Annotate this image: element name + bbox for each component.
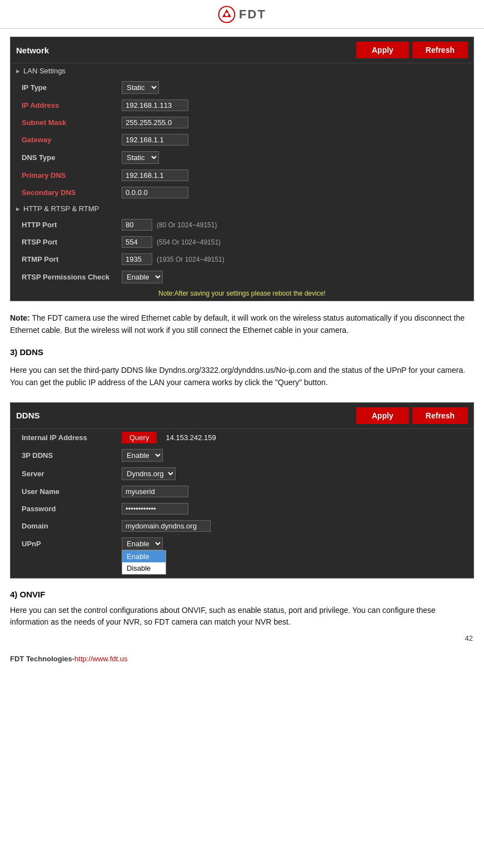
logo: FDT — [218, 6, 266, 23]
upnp-option-disable[interactable]: Disable — [122, 562, 166, 574]
http-port-control: (80 Or 1024~49151) — [122, 219, 217, 231]
internal-ip-label: Internal IP Address — [22, 433, 122, 442]
gateway-label: Gateway — [22, 136, 122, 144]
upnp-option-enable[interactable]: Enable — [122, 551, 166, 562]
ip-type-select[interactable]: Static DHCP — [122, 81, 159, 94]
note-body-text: Note: The FDT camera use the wired Ether… — [0, 307, 484, 342]
server-select[interactable]: Dyndns.org 3322.org dynddns.us No-ip.com — [122, 467, 176, 480]
rtmp-port-control: (1935 Or 1024~49151) — [122, 253, 224, 265]
password-label: Password — [22, 505, 122, 513]
footer: FDT Technologies-http://www.fdt.us — [0, 645, 484, 667]
upnp-label: UPnP — [22, 540, 122, 548]
onvif-description: Here you can set the control configurati… — [0, 601, 484, 634]
http-port-row: HTTP Port (80 Or 1024~49151) — [11, 216, 473, 233]
secondary-dns-input[interactable] — [122, 187, 188, 198]
onvif-heading: 4) ONVIF — [0, 584, 484, 601]
primary-dns-row: Primary DNS — [11, 167, 473, 184]
domain-row: Domain — [11, 517, 473, 535]
svg-point-2 — [225, 13, 228, 16]
internal-ip-row: Internal IP Address Query 14.153.242.159 — [11, 429, 473, 446]
password-input[interactable] — [122, 503, 188, 515]
upnp-select[interactable]: Enable Disable — [122, 537, 163, 550]
gateway-row: Gateway — [11, 131, 473, 148]
subnet-mask-input[interactable] — [122, 117, 188, 128]
ip-address-control — [122, 99, 188, 111]
ip-result-value: 14.153.242.159 — [166, 433, 216, 442]
username-input[interactable] — [122, 486, 188, 497]
server-row: Server Dyndns.org 3322.org dynddns.us No… — [11, 465, 473, 483]
3p-ddns-label: 3P DDNS — [22, 451, 122, 460]
rtmp-port-input[interactable] — [122, 253, 152, 265]
rtsp-permissions-control: Enable Disable — [122, 271, 163, 283]
rtsp-permissions-row: RTSP Permissions Check Enable Disable — [11, 268, 473, 286]
upnp-dropdown[interactable]: Enable Disable Enable Disable — [122, 537, 163, 550]
username-row: User Name — [11, 483, 473, 500]
rtsp-permissions-label: RTSP Permissions Check — [22, 273, 122, 281]
rtmp-port-row: RTMP Port (1935 Or 1024~49151) — [11, 251, 473, 268]
ddns-refresh-button[interactable]: Refresh — [412, 407, 468, 424]
ip-type-control: Static DHCP — [122, 81, 159, 94]
ddns-panel-header: DDNS Apply Refresh — [11, 403, 473, 429]
3p-ddns-row: 3P DDNS Enable Disable — [11, 446, 473, 465]
dns-type-row: DNS Type Static DHCP — [11, 148, 473, 167]
ip-address-label: IP Address — [22, 101, 122, 109]
primary-dns-label: Primary DNS — [22, 171, 122, 179]
logo-text: FDT — [239, 7, 266, 22]
network-apply-button[interactable]: Apply — [356, 42, 409, 58]
http-port-label: HTTP Port — [22, 221, 122, 229]
rtsp-port-input[interactable] — [122, 236, 152, 248]
primary-dns-control — [122, 169, 188, 181]
lan-section-title: LAN Settings — [11, 63, 473, 78]
rtsp-port-control: (554 Or 1024~49151) — [122, 236, 221, 248]
ddns-description: Here you can set the third-party DDNS li… — [0, 359, 484, 394]
domain-label: Domain — [22, 522, 122, 530]
rtsp-port-row: RTSP Port (554 Or 1024~49151) — [11, 233, 473, 251]
footer-fdt-text: FDT Technologies- — [10, 655, 74, 663]
ip-type-row: IP Type Static DHCP — [11, 78, 473, 97]
3p-ddns-select[interactable]: Enable Disable — [122, 449, 163, 462]
fdt-logo-icon — [218, 6, 236, 23]
note-body: The FDT camera use the wired Ethernet ca… — [10, 313, 465, 335]
secondary-dns-row: Secondary DNS — [11, 184, 473, 201]
upnp-dropdown-list: Enable Disable — [122, 550, 166, 575]
subnet-mask-control — [122, 117, 188, 128]
dns-type-label: DNS Type — [22, 153, 122, 162]
http-section-title: HTTP & RTSP & RTMP — [11, 201, 473, 216]
ddns-apply-button[interactable]: Apply — [356, 407, 409, 424]
http-port-input[interactable] — [122, 219, 152, 231]
rtsp-port-hint: (554 Or 1024~49151) — [157, 238, 221, 246]
upnp-row: UPnP Enable Disable Enable Disable — [11, 535, 473, 578]
http-port-hint: (80 Or 1024~49151) — [157, 221, 217, 229]
network-panel-header: Network Apply Refresh — [11, 37, 473, 63]
network-panel: Network Apply Refresh LAN Settings IP Ty… — [10, 37, 474, 301]
query-button[interactable]: Query — [122, 432, 157, 443]
footer-link[interactable]: http://www.fdt.us — [74, 655, 127, 663]
gateway-input[interactable] — [122, 134, 188, 146]
server-control: Dyndns.org 3322.org dynddns.us No-ip.com — [122, 467, 176, 480]
rtmp-port-hint: (1935 Or 1024~49151) — [157, 256, 224, 263]
username-control — [122, 486, 188, 497]
3p-ddns-control: Enable Disable — [122, 449, 163, 462]
dns-type-select[interactable]: Static DHCP — [122, 151, 159, 164]
ddns-panel: DDNS Apply Refresh Internal IP Address Q… — [10, 402, 474, 578]
dns-type-control: Static DHCP — [122, 151, 159, 164]
note-bold: Note: — [10, 313, 30, 322]
domain-input[interactable] — [122, 520, 211, 532]
password-row: Password — [11, 500, 473, 517]
ip-address-row: IP Address — [11, 97, 473, 114]
page-number: 42 — [0, 634, 484, 642]
password-control — [122, 503, 188, 515]
subnet-mask-label: Subnet Mask — [22, 118, 122, 127]
ddns-panel-buttons: Apply Refresh — [356, 407, 468, 424]
page-header: FDT — [0, 0, 484, 29]
rtsp-permissions-select[interactable]: Enable Disable — [122, 271, 163, 283]
upnp-control: Enable Disable Enable Disable — [122, 537, 163, 550]
ip-type-label: IP Type — [22, 83, 122, 92]
rtsp-port-label: RTSP Port — [22, 238, 122, 246]
network-panel-buttons: Apply Refresh — [356, 42, 468, 58]
ip-address-input[interactable] — [122, 99, 188, 111]
network-refresh-button[interactable]: Refresh — [412, 42, 468, 58]
gateway-control — [122, 134, 188, 146]
subnet-mask-row: Subnet Mask — [11, 114, 473, 131]
primary-dns-input[interactable] — [122, 169, 188, 181]
